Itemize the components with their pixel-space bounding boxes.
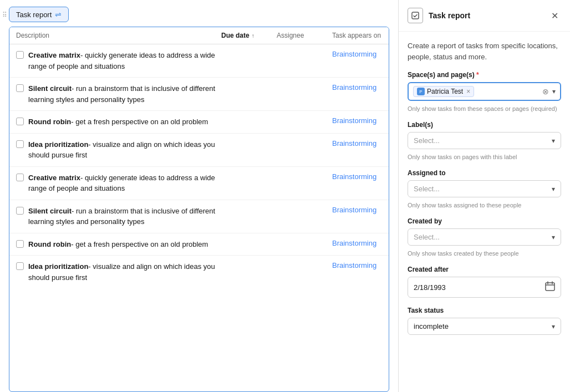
row-checkbox[interactable] (16, 240, 24, 248)
tag-remove-button[interactable]: × (466, 88, 470, 95)
close-button[interactable]: ✕ (548, 9, 561, 22)
row-checkbox[interactable] (16, 84, 24, 92)
table-row: Idea prioritization- visualize and align… (9, 134, 389, 167)
task-table: Description Due date ↑ Assignee Task app… (9, 27, 389, 392)
row-description-cell: Idea prioritization- visualize and align… (16, 261, 221, 283)
task-status-chevron-icon: ▾ (552, 323, 555, 330)
labels-hint: Only show tasks on pages with this label (408, 154, 561, 160)
panel-title: Task report (429, 11, 542, 20)
task-appears-link[interactable]: Brainstorming (332, 239, 382, 247)
calendar-icon[interactable] (545, 281, 555, 293)
assigned-to-label: Assigned to (408, 169, 561, 177)
created-after-form-group: Created after 2/18/1993 (408, 266, 561, 298)
assigned-to-placeholder: Select... (414, 185, 440, 193)
svg-rect-0 (412, 12, 419, 19)
task-appears-link[interactable]: Brainstorming (332, 206, 382, 214)
tab-bar: Task report ⇌ (0, 7, 398, 27)
created-by-hint: Only show tasks created by these people (408, 250, 561, 257)
spaces-form-group: Space(s) and page(s) * P Patricia Test ×… (408, 71, 561, 112)
labels-label: Label(s) (408, 121, 561, 129)
row-description-cell: Silent circuit- run a brainstorm that is… (16, 206, 221, 227)
task-report-icon (408, 8, 423, 23)
task-status-label: Task status (408, 307, 561, 314)
col-due-date[interactable]: Due date ↑ (221, 32, 277, 39)
assigned-to-chevron-icon: ▾ (552, 185, 555, 193)
panel-header: Task report ✕ (399, 0, 570, 32)
row-description-cell: Creative matrix- quickly generate ideas … (16, 50, 221, 72)
col-task-appears: Task appears on (332, 32, 382, 39)
chevron-down-icon[interactable]: ▾ (552, 88, 556, 95)
table-row: Silent circuit- run a brainstorm that is… (9, 200, 389, 233)
row-description-cell: Creative matrix- quickly generate ideas … (16, 172, 221, 194)
row-checkbox[interactable] (16, 262, 24, 270)
col-assignee: Assignee (277, 32, 332, 39)
task-status-value: incomplete (414, 322, 449, 330)
assigned-to-hint: Only show tasks assigned to these people (408, 202, 561, 208)
row-checkbox[interactable] (16, 174, 24, 181)
spaces-hint: Only show tasks from these spaces or pag… (408, 105, 561, 112)
table-row: Silent circuit- run a brainstorm that is… (9, 78, 389, 111)
row-checkbox[interactable] (16, 140, 24, 148)
spaces-input[interactable]: P Patricia Test × ⊗ ▾ (408, 82, 561, 101)
right-panel: Task report ✕ Create a report of tasks f… (398, 0, 570, 392)
labels-chevron-icon: ▾ (552, 137, 555, 145)
table-header: Description Due date ↑ Assignee Task app… (9, 27, 389, 44)
spaces-label: Space(s) and page(s) * (408, 71, 561, 79)
row-checkbox[interactable] (16, 118, 24, 125)
task-status-form-group: Task status incomplete ▾ (408, 307, 561, 335)
spaces-text-input[interactable] (477, 88, 539, 96)
tab-label: Task report (16, 11, 52, 19)
required-indicator: * (476, 71, 479, 79)
created-by-chevron-icon: ▾ (552, 233, 555, 241)
row-description-cell: Silent circuit- run a brainstorm that is… (16, 83, 221, 105)
left-panel: ⠿ Task report ⇌ Description Due date ↑ A… (0, 0, 398, 392)
labels-placeholder: Select... (414, 136, 440, 145)
created-after-date-input[interactable]: 2/18/1993 (408, 277, 561, 298)
created-by-placeholder: Select... (414, 233, 440, 241)
assigned-to-select[interactable]: Select... ▾ (408, 180, 561, 197)
col-description: Description (16, 32, 221, 39)
panel-description: Create a report of tasks from specific l… (408, 40, 561, 62)
svg-rect-1 (546, 283, 554, 291)
drag-handle[interactable]: ⠿ (2, 11, 7, 19)
assigned-to-form-group: Assigned to Select... ▾ Only show tasks … (408, 169, 561, 208)
space-tag-label: Patricia Test (427, 88, 463, 95)
row-description-cell: Idea prioritization- visualize and align… (16, 139, 221, 161)
row-checkbox[interactable] (16, 51, 24, 59)
task-appears-link[interactable]: Brainstorming (332, 83, 382, 91)
table-row: Round robin- get a fresh perspective on … (9, 111, 389, 134)
task-appears-link[interactable]: Brainstorming (332, 116, 382, 125)
space-icon: P (417, 88, 425, 95)
table-body: Creative matrix- quickly generate ideas … (9, 44, 389, 288)
space-tag: P Patricia Test × (413, 86, 474, 97)
created-by-form-group: Created by Select... ▾ Only show tasks c… (408, 217, 561, 257)
row-description-cell: Round robin- get a fresh perspective on … (16, 116, 221, 128)
task-report-tab[interactable]: Task report ⇌ (9, 7, 69, 22)
created-by-label: Created by (408, 217, 561, 225)
created-by-select[interactable]: Select... ▾ (408, 228, 561, 246)
table-row: Round robin- get a fresh perspective on … (9, 233, 389, 256)
labels-select[interactable]: Select... ▾ (408, 132, 561, 149)
table-row: Idea prioritization- visualize and align… (9, 256, 389, 288)
table-row: Creative matrix- quickly generate ideas … (9, 44, 389, 78)
sort-asc-icon: ↑ (252, 33, 255, 39)
task-appears-link[interactable]: Brainstorming (332, 172, 382, 181)
row-checkbox[interactable] (16, 207, 24, 215)
date-value: 2/18/1993 (414, 283, 446, 292)
task-status-select[interactable]: incomplete ▾ (408, 318, 561, 335)
table-row: Creative matrix- quickly generate ideas … (9, 167, 389, 200)
task-appears-link[interactable]: Brainstorming (332, 261, 382, 269)
row-description-cell: Round robin- get a fresh perspective on … (16, 239, 221, 250)
panel-body: Create a report of tasks from specific l… (399, 32, 570, 344)
filter-icon: ⇌ (55, 10, 62, 19)
created-after-label: Created after (408, 266, 561, 273)
task-appears-link[interactable]: Brainstorming (332, 50, 382, 58)
task-appears-link[interactable]: Brainstorming (332, 139, 382, 147)
labels-form-group: Label(s) Select... ▾ Only show tasks on … (408, 121, 561, 160)
clear-icon[interactable]: ⊗ (542, 87, 549, 96)
